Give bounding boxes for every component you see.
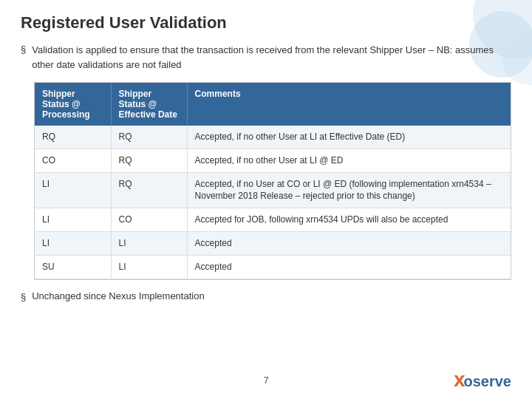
- bullet-marker-intro: §: [21, 44, 26, 55]
- page-number: 7: [263, 375, 268, 386]
- cell-processing: CO: [35, 149, 111, 172]
- intro-bullet: § Validation is applied to ensure that t…: [21, 43, 511, 72]
- footer-bullet-section: § Unchanged since Nexus Implementation: [21, 290, 511, 302]
- cell-effective-date: LI: [111, 255, 187, 279]
- cell-comments: Accepted: [187, 231, 511, 255]
- cell-processing: LI: [35, 231, 111, 255]
- cell-processing: LI: [35, 172, 111, 208]
- col-header-processing: Shipper Status @ Processing: [35, 83, 111, 126]
- bullet-marker-footer: §: [21, 291, 26, 302]
- cell-comments: Accepted, if no User at CO or LI @ ED (f…: [187, 172, 511, 208]
- page-title: Registered User Validation: [21, 13, 511, 33]
- logo-x-part: x: [454, 368, 464, 391]
- xoserve-logo: xoserve: [454, 368, 511, 392]
- intro-text: Validation is applied to ensure that the…: [32, 43, 511, 72]
- intro-section: § Validation is applied to ensure that t…: [21, 43, 511, 72]
- cell-processing: SU: [35, 255, 111, 279]
- cell-comments: Accepted for JOB, following xrn4534 UPDs…: [187, 208, 511, 232]
- cell-processing: LI: [35, 208, 111, 232]
- table-row: CORQAccepted, if no other User at LI @ E…: [35, 149, 511, 172]
- table-body: RQRQAccepted, if no other User at LI at …: [35, 126, 511, 279]
- table-row: LICOAccepted for JOB, following xrn4534 …: [35, 208, 511, 232]
- cell-processing: RQ: [35, 126, 111, 149]
- col-header-effective-date: Shipper Status @ Effective Date: [111, 83, 187, 126]
- table-row: LIRQAccepted, if no User at CO or LI @ E…: [35, 172, 511, 208]
- cell-effective-date: RQ: [111, 126, 187, 149]
- cell-comments: Accepted, if no other User at LI @ ED: [187, 149, 511, 172]
- footer-bullet-text: Unchanged since Nexus Implementation: [32, 290, 204, 301]
- table-row: RQRQAccepted, if no other User at LI at …: [35, 126, 511, 149]
- logo-serve-part: oserve: [464, 373, 512, 389]
- table-header-row: Shipper Status @ Processing Shipper Stat…: [35, 83, 511, 126]
- cell-effective-date: CO: [111, 208, 187, 232]
- validation-table: Shipper Status @ Processing Shipper Stat…: [35, 83, 511, 279]
- col-header-comments: Comments: [187, 83, 511, 126]
- cell-effective-date: LI: [111, 231, 187, 255]
- cell-effective-date: RQ: [111, 172, 187, 208]
- cell-comments: Accepted: [187, 255, 511, 279]
- table-row: SULIAccepted: [35, 255, 511, 279]
- table-row: LILIAccepted: [35, 231, 511, 255]
- cell-effective-date: RQ: [111, 149, 187, 172]
- validation-table-wrapper: Shipper Status @ Processing Shipper Stat…: [34, 82, 511, 280]
- cell-comments: Accepted, if no other User at LI at Effe…: [187, 126, 511, 149]
